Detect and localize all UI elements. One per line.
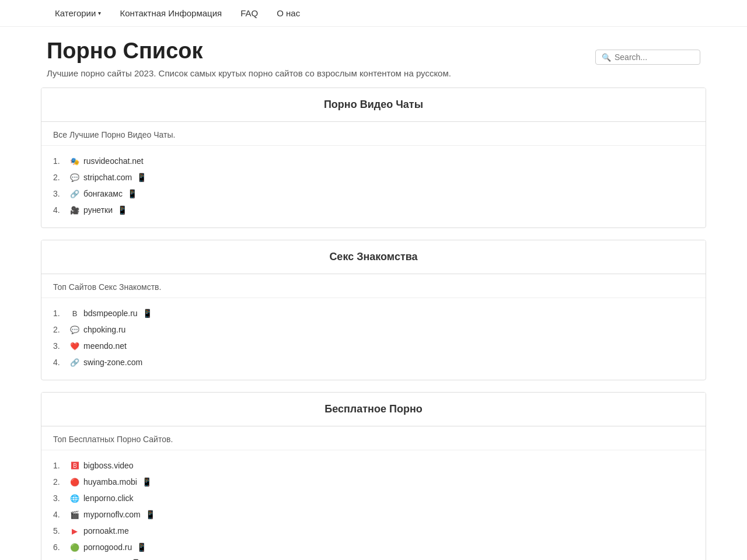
nav-item-о-нас[interactable]: О нас	[268, 5, 308, 22]
section-title: Порно Видео Чаты	[41, 88, 706, 122]
section-title: Секс Знакомства	[41, 240, 706, 274]
list-item-number: 2.	[53, 325, 66, 334]
site-favicon-icon: 🔗	[69, 357, 80, 368]
list-item-number: 1.	[53, 309, 66, 318]
list-item: 7.🌐pornosila.ru📱	[53, 555, 694, 560]
list-item-number: 5.	[53, 526, 66, 536]
list-item-number: 2.	[53, 173, 66, 182]
site-favicon-icon: 💬	[69, 172, 80, 183]
list-item: 2.🔴huyamba.mobi📱	[53, 474, 694, 490]
site-favicon-icon: 💬	[69, 324, 80, 335]
list-item-number: 3.	[53, 341, 66, 351]
list-item-number: 4.	[53, 205, 66, 215]
site-link[interactable]: bigboss.video	[83, 461, 134, 470]
list-item-number: 1.	[53, 156, 66, 166]
site-favicon-icon: ❤️	[69, 341, 80, 351]
list-item: 6.🟢pornogood.ru📱	[53, 539, 694, 555]
list-item: 3.❤️meendo.net	[53, 338, 694, 354]
mobile-icon: 📱	[117, 205, 127, 215]
navbar: Категории▾Контактная ИнформацияFAQО нас	[0, 0, 747, 27]
site-link[interactable]: бонгакамс	[83, 189, 123, 198]
site-link[interactable]: huyamba.mobi	[83, 477, 137, 487]
list-item: 1.🅱bigboss.video	[53, 457, 694, 474]
site-favicon-icon: 🎥	[69, 205, 80, 215]
list-item: 4.🎬mypornoflv.com📱	[53, 506, 694, 523]
mobile-icon: 📱	[142, 477, 152, 487]
list-item-number: 1.	[53, 461, 66, 470]
section-list: 1.🅱bigboss.video2.🔴huyamba.mobi📱3.🌐lenpo…	[41, 450, 706, 560]
site-link[interactable]: pornoakt.me	[83, 526, 129, 536]
mobile-icon: 📱	[142, 309, 152, 318]
site-favicon-icon: 🌐	[69, 493, 80, 503]
nav-item-категории[interactable]: Категории▾	[47, 5, 109, 22]
list-item: 5.▶pornoakt.me	[53, 523, 694, 539]
mobile-icon: 📱	[137, 542, 146, 552]
search-input[interactable]	[615, 52, 690, 62]
list-item-number: 4.	[53, 358, 66, 367]
section-list: 1.🎭rusvideochat.net2.💬stripchat.com📱3.🔗б…	[41, 146, 706, 228]
section-subtitle: Все Лучшие Порно Видео Чаты.	[41, 122, 706, 146]
section-list: 1.Bbdsmpeople.ru📱2.💬chpoking.ru3.❤️meend…	[41, 298, 706, 380]
main-content: Порно Видео ЧатыВсе Лучшие Порно Видео Ч…	[0, 88, 747, 560]
list-item-number: 4.	[53, 510, 66, 519]
site-link[interactable]: рунетки	[83, 205, 113, 215]
list-item: 1.🎭rusvideochat.net	[53, 153, 694, 169]
site-link[interactable]: stripchat.com	[83, 173, 132, 182]
section-sex-dating: Секс ЗнакомстваТоп Сайтов Секс Знакомств…	[41, 240, 706, 380]
site-link[interactable]: bdsmpeople.ru	[83, 309, 138, 318]
dropdown-arrow-icon: ▾	[98, 10, 101, 16]
list-item: 1.Bbdsmpeople.ru📱	[53, 305, 694, 321]
list-item: 3.🔗бонгакамс📱	[53, 186, 694, 202]
list-item-number: 6.	[53, 542, 66, 552]
site-link[interactable]: pornogood.ru	[83, 542, 132, 552]
site-favicon-icon: 🎭	[69, 156, 80, 166]
list-item: 2.💬chpoking.ru	[53, 321, 694, 338]
site-favicon-icon: 🎬	[69, 509, 80, 520]
mobile-icon: 📱	[145, 510, 155, 519]
section-free-porn: Бесплатное ПорноТоп Бесплатных Порно Сай…	[41, 392, 706, 560]
mobile-icon: 📱	[137, 173, 146, 182]
list-item-number: 2.	[53, 477, 66, 487]
page-subtitle: Лучшие порно сайты 2023. Список самых кр…	[47, 68, 700, 78]
list-item: 2.💬stripchat.com📱	[53, 169, 694, 186]
site-link[interactable]: mypornoflv.com	[83, 510, 141, 519]
section-video-chats: Порно Видео ЧатыВсе Лучшие Порно Видео Ч…	[41, 88, 706, 228]
site-link[interactable]: rusvideochat.net	[83, 156, 144, 166]
site-favicon-icon: B	[69, 308, 80, 318]
section-subtitle: Топ Сайтов Секс Знакомств.	[41, 274, 706, 298]
site-favicon-icon: 🅱	[69, 460, 80, 471]
site-link[interactable]: meendo.net	[83, 341, 127, 351]
site-link[interactable]: chpoking.ru	[83, 325, 125, 334]
site-favicon-icon: 🟢	[69, 542, 80, 552]
section-title: Бесплатное Порно	[41, 393, 706, 426]
search-box[interactable]: 🔍	[595, 50, 700, 65]
page-header: Порно Список Лучшие порно сайты 2023. Сп…	[0, 27, 747, 88]
nav-item-faq[interactable]: FAQ	[232, 5, 266, 22]
list-item: 4.🎥рунетки📱	[53, 202, 694, 218]
list-item-number: 3.	[53, 189, 66, 198]
list-item: 3.🌐lenporno.click	[53, 490, 694, 506]
site-link[interactable]: lenporno.click	[83, 494, 134, 503]
list-item: 4.🔗swing-zone.com	[53, 354, 694, 370]
site-favicon-icon: 🔴	[69, 477, 80, 487]
list-item-number: 3.	[53, 494, 66, 503]
site-favicon-icon: 🔗	[69, 188, 80, 199]
mobile-icon: 📱	[127, 189, 137, 198]
site-favicon-icon: ▶	[69, 526, 80, 536]
nav-item-контактная-информация[interactable]: Контактная Информация	[111, 5, 230, 22]
section-subtitle: Топ Бесплатных Порно Сайтов.	[41, 426, 706, 450]
search-icon: 🔍	[602, 53, 611, 62]
site-link[interactable]: swing-zone.com	[83, 358, 142, 367]
